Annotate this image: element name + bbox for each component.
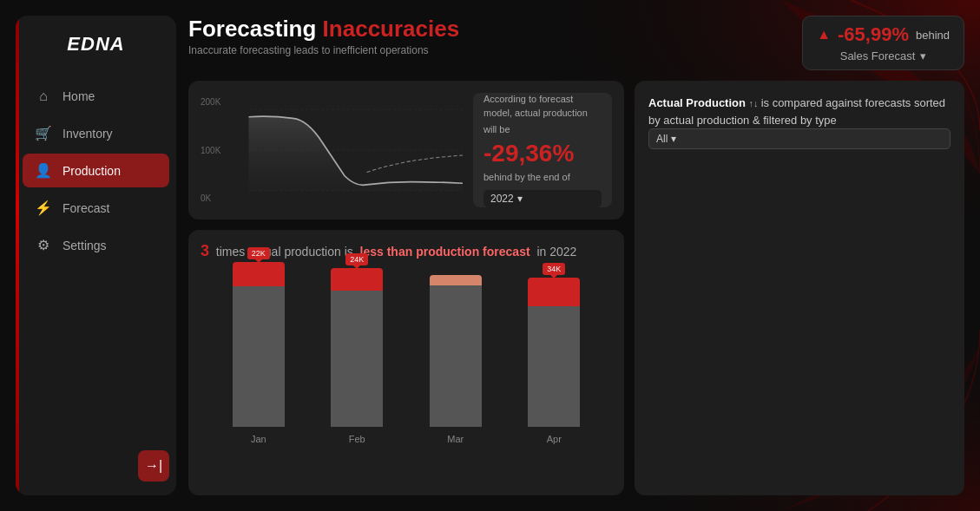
bar-top-mar: [430, 275, 482, 285]
sidebar: EDNA ⌂ Home 🛒 Inventory 👤 Production ⚡ F…: [16, 16, 176, 495]
page-title: Forecasting Inaccuracies: [188, 16, 459, 43]
alert-triangle-icon: ▲: [817, 27, 831, 43]
header-badge: ▲ -65,99% behind Sales Forecast ▾: [802, 16, 964, 70]
sidebar-bottom: →|: [16, 450, 176, 482]
info-percentage: -29,36%: [483, 140, 602, 167]
sidebar-item-inventory[interactable]: 🛒 Inventory: [23, 116, 169, 150]
bar-month-mar: Mar: [447, 434, 464, 444]
page-title-area: Forecasting Inaccuracies Inaccurate fore…: [188, 16, 459, 56]
left-panels: 200K 100K 0K: [188, 81, 624, 495]
sidebar-label-production: Production: [62, 164, 121, 178]
bar-group-jan: 22K Jan: [218, 247, 299, 444]
title-static: Forecasting: [188, 16, 316, 42]
info-text-line1: According to forecast model, actual prod…: [483, 93, 602, 120]
title-highlight: Inaccuracies: [323, 16, 460, 42]
sidebar-label-home: Home: [62, 89, 95, 103]
year-dropdown[interactable]: 2022 ▾: [483, 190, 602, 207]
bar-label-feb: 24K: [345, 253, 368, 265]
settings-icon: ⚙: [35, 237, 52, 253]
bar-group-mar: Mar: [415, 266, 497, 444]
bar-main-apr: [528, 306, 580, 427]
bar-top-feb: [331, 268, 383, 291]
bar-top-jan: [233, 262, 285, 286]
top-chart-panel: 200K 100K 0K: [188, 81, 624, 219]
y-axis-labels: 200K 100K 0K: [201, 93, 220, 207]
bar-wrapper-mar: [430, 266, 482, 427]
bar-main-feb: [331, 291, 383, 427]
bar-month-jan: Jan: [251, 434, 266, 444]
bar-month-apr: Apr: [547, 434, 562, 444]
bar-chart-container: 22K Jan 24K: [201, 271, 612, 444]
home-icon: ⌂: [35, 88, 52, 104]
bar-chart-text2: in 2022: [536, 245, 576, 259]
bar-label-jan: 22K: [247, 247, 270, 259]
bar-stack-feb: [331, 268, 383, 427]
main-container: EDNA ⌂ Home 🛒 Inventory 👤 Production ⚡ F…: [0, 0, 980, 511]
badge-percentage: -65,99%: [838, 23, 909, 46]
bottom-chart-panel: 3 times actual production is less than p…: [188, 230, 624, 495]
bar-main-mar: [430, 285, 482, 427]
sidebar-nav: ⌂ Home 🛒 Inventory 👤 Production ⚡ Foreca…: [16, 80, 176, 262]
bar-label-apr: 34K: [543, 263, 565, 275]
page-subtitle: Inaccurate forecasting leads to ineffici…: [188, 44, 459, 56]
chevron-down-icon-3: ▾: [671, 131, 676, 147]
chevron-down-icon: ▾: [920, 49, 926, 62]
year-dropdown-label: 2022: [490, 193, 514, 205]
bar-wrapper-jan: 22K: [233, 247, 285, 427]
sidebar-item-settings[interactable]: ⚙ Settings: [23, 228, 169, 262]
line-chart-area: 200K 100K 0K: [201, 93, 463, 207]
chart-info-box: According to forecast model, actual prod…: [473, 93, 612, 207]
right-panel: Actual Production ↑↓ is compared against…: [635, 81, 964, 495]
info-text-line2: will be: [483, 123, 602, 136]
y-label-200k: 200K: [201, 97, 220, 107]
right-panel-header: Actual Production ↑↓ is compared against…: [648, 95, 950, 149]
logout-button[interactable]: →|: [138, 450, 169, 482]
badge-behind-text: behind: [916, 29, 950, 42]
forecast-icon: ⚡: [35, 200, 52, 216]
y-label-100k: 100K: [201, 146, 220, 155]
bar-top-apr: [528, 278, 580, 306]
bar-group-feb: 24K Feb: [317, 253, 398, 444]
bar-month-feb: Feb: [349, 434, 365, 444]
badge-top: ▲ -65,99% behind: [817, 23, 950, 46]
sidebar-logo: EDNA: [16, 33, 176, 56]
bar-group-apr: 34K Apr: [514, 263, 595, 444]
filter-type-dropdown[interactable]: All ▾: [648, 128, 950, 149]
actual-production-label: Actual Production: [648, 96, 746, 109]
bar-chart-num: 3: [201, 242, 209, 259]
bar-main-jan: [233, 286, 285, 427]
sort-icon: ↑↓: [749, 98, 761, 108]
line-chart-svg: [201, 93, 463, 207]
bar-stack-apr: [528, 278, 580, 427]
sidebar-label-settings: Settings: [62, 239, 107, 252]
bar-wrapper-apr: 34K: [528, 263, 580, 427]
sidebar-accent-bar: [16, 16, 19, 495]
filter-type-label: All: [656, 131, 668, 147]
sidebar-label-forecast: Forecast: [62, 201, 109, 215]
chevron-down-icon-2: ▾: [517, 193, 523, 205]
header-row: Forecasting Inaccuracies Inaccurate fore…: [188, 16, 964, 70]
sidebar-label-inventory: Inventory: [62, 127, 113, 141]
badge-dropdown-label: Sales Forecast: [840, 49, 916, 62]
inventory-icon: 🛒: [35, 125, 52, 141]
info-text-line3: behind by the end of: [483, 171, 602, 184]
sidebar-item-forecast[interactable]: ⚡ Forecast: [23, 191, 169, 225]
bar-stack-jan: [233, 262, 285, 427]
sidebar-item-production[interactable]: 👤 Production: [23, 154, 169, 187]
y-label-0k: 0K: [201, 193, 220, 203]
bar-stack-mar: [430, 275, 482, 427]
main-content: Forecasting Inaccuracies Inaccurate fore…: [188, 16, 964, 495]
badge-dropdown[interactable]: Sales Forecast ▾: [840, 49, 927, 62]
panels-row: 200K 100K 0K: [188, 81, 964, 495]
production-icon: 👤: [35, 162, 52, 179]
sidebar-item-home[interactable]: ⌂ Home: [23, 80, 169, 113]
bar-wrapper-feb: 24K: [331, 253, 383, 427]
